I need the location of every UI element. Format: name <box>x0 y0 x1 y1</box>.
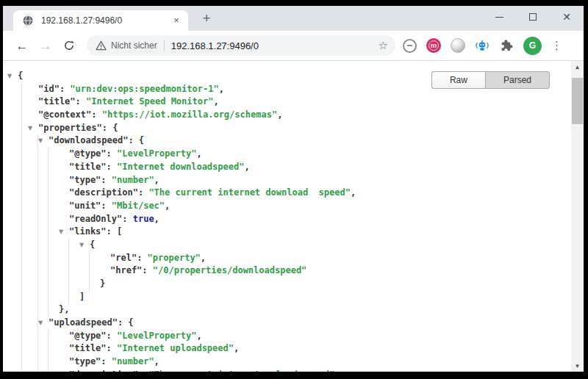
json-line: "type": "number", <box>3 174 571 187</box>
puzzle-icon <box>501 40 513 52</box>
json-punct: , <box>334 369 340 372</box>
json-key: "type" <box>69 356 101 367</box>
json-punct: : <box>60 84 70 94</box>
collapse-arrow-icon[interactable]: ▼ <box>38 134 49 148</box>
red-m-extension-icon[interactable]: m <box>426 38 441 53</box>
robot-extension-icon[interactable] <box>475 38 490 53</box>
collapse-arrow-icon[interactable]: ▼ <box>7 70 18 83</box>
address-bar[interactable]: Nicht sicher 192.168.1.27:9496/0 ☆ <box>87 35 395 56</box>
collapse-arrow-icon[interactable]: ▼ <box>28 122 38 135</box>
json-punct: , <box>201 253 206 263</box>
close-icon: ✕ <box>562 12 571 22</box>
json-punct: { <box>90 239 95 250</box>
browser-toolbar: ← → Nicht sicher 192.168.1.27:9496/0 ☆ m <box>3 31 584 60</box>
json-key: "links" <box>69 226 107 237</box>
orb-extension-icon[interactable] <box>451 38 465 53</box>
back-arrow-icon: ← <box>16 40 29 52</box>
scrollbar-thumb[interactable] <box>572 78 583 124</box>
json-str: "Internet Speed Monitor" <box>86 96 213 107</box>
json-line: "type": "number", <box>3 355 571 369</box>
extensions-puzzle-button[interactable] <box>499 38 514 53</box>
collapse-arrow-icon[interactable]: ▼ <box>59 225 69 239</box>
json-bool: true <box>133 214 154 224</box>
json-key: "title" <box>69 343 107 353</box>
collapse-arrow-icon[interactable]: ▼ <box>38 317 49 330</box>
json-punct: , <box>154 214 159 224</box>
tab-strip: 192.168.1.27:9496/0 × + ✕ <box>3 6 584 31</box>
tab-close-icon[interactable]: × <box>171 15 182 26</box>
new-tab-button[interactable]: + <box>197 10 216 29</box>
json-punct: }, <box>59 304 69 314</box>
json-str: "number" <box>112 356 154 367</box>
json-key: "readOnly" <box>69 214 122 224</box>
json-punct: , <box>154 356 159 367</box>
forward-button[interactable]: → <box>36 36 55 55</box>
json-punct: : [ <box>107 226 123 237</box>
json-key: "rel" <box>110 253 137 263</box>
json-key: "@type" <box>69 148 107 159</box>
dash-glyph <box>407 45 412 46</box>
json-punct: : { <box>102 123 118 133</box>
forward-arrow-icon: → <box>40 40 52 52</box>
json-punct: , <box>219 84 224 94</box>
json-key: "properties" <box>38 123 102 133</box>
parsed-button[interactable]: Parsed <box>485 71 550 89</box>
profile-avatar[interactable]: G <box>523 37 542 55</box>
json-line: "@context": "https://iot.mozilla.org/sch… <box>3 109 571 122</box>
security-label[interactable]: Nicht sicher <box>111 40 157 51</box>
json-line: "title": "Internet uploadspeed", <box>3 342 571 355</box>
back-button[interactable]: ← <box>12 36 32 55</box>
json-tree: ▼{"id": "urn:dev:ops:speedmonitor-1","ti… <box>3 61 571 372</box>
vertical-scrollbar[interactable]: ▲ ▼ <box>571 61 584 372</box>
json-punct: : <box>122 214 132 224</box>
json-key: "title" <box>38 96 76 107</box>
json-key: "downloadspeed" <box>49 135 128 145</box>
window-controls: ✕ <box>482 6 584 28</box>
json-punct: : <box>142 265 152 275</box>
bookmark-star-icon[interactable]: ☆ <box>379 39 388 52</box>
reload-button[interactable] <box>60 36 79 55</box>
json-line: "description": "The current internet dow… <box>3 187 571 200</box>
json-line: "description": "The current internet upl… <box>3 369 571 372</box>
scroll-down-icon[interactable]: ▼ <box>571 360 584 372</box>
json-line: ▼"downloadspeed": { <box>3 134 571 148</box>
json-str: "LevelProperty" <box>117 148 196 159</box>
json-str: "https://iot.mozilla.org/schemas" <box>102 109 277 120</box>
minimize-button[interactable] <box>482 6 516 28</box>
json-str: "LevelProperty" <box>117 331 196 341</box>
json-line: ▼"links": [ <box>3 225 571 239</box>
json-punct: : <box>107 343 117 353</box>
json-key: "id" <box>38 84 60 94</box>
raw-button[interactable]: Raw <box>431 71 485 89</box>
json-str: "Mbit/sec" <box>112 201 165 211</box>
scroll-up-icon[interactable]: ▲ <box>571 61 584 73</box>
json-line: "unit": "Mbit/sec", <box>3 200 571 213</box>
browser-tab[interactable]: 192.168.1.27:9496/0 × <box>13 10 188 31</box>
json-str: "property" <box>148 253 201 263</box>
json-key: "@type" <box>69 331 107 341</box>
json-punct: : <box>101 356 111 367</box>
url-text[interactable]: 192.168.1.27:9496/0 <box>171 40 374 51</box>
globe-icon <box>22 15 34 26</box>
collapse-arrow-icon[interactable]: ▼ <box>79 239 90 252</box>
json-punct: : <box>138 369 148 372</box>
json-line: ▼"properties": { <box>3 122 571 135</box>
circle-extension-icon[interactable] <box>403 39 417 53</box>
maximize-icon <box>529 13 537 21</box>
json-key: "description" <box>69 187 138 198</box>
json-punct: , <box>196 148 201 159</box>
avatar-letter: G <box>529 40 536 51</box>
json-line: ▼{ <box>3 239 571 252</box>
json-line: "href": "/0/properties/downloadspeed" <box>3 264 571 278</box>
m-letter: m <box>429 40 439 51</box>
close-button[interactable]: ✕ <box>550 6 584 28</box>
json-line: "@type": "LevelProperty", <box>3 330 571 343</box>
json-line: "title": "Internet Speed Monitor", <box>3 95 571 109</box>
json-punct: : <box>91 109 101 120</box>
json-punct: : <box>101 201 111 211</box>
json-line: }, <box>3 303 571 317</box>
kebab-menu-icon[interactable]: ⋮ <box>551 39 559 52</box>
extensions-row: m G ⋮ <box>403 37 559 55</box>
json-key: "description" <box>69 369 138 372</box>
maximize-button[interactable] <box>516 6 550 28</box>
